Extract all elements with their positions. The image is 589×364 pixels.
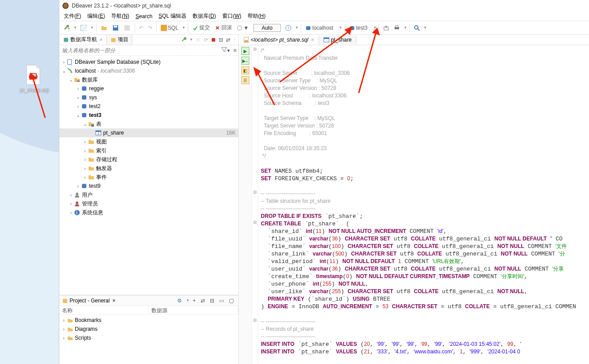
menu-window[interactable]: 窗口(W) [220, 12, 244, 21]
tree-node-pt_share[interactable]: pt_share16K [59, 128, 238, 137]
txn-button[interactable]: ▼ [235, 24, 251, 32]
stop-button[interactable] [210, 37, 217, 43]
tree-node-触发器[interactable]: ›触发器 [59, 164, 238, 173]
project-node-Scripts[interactable]: ›Scripts [59, 333, 238, 342]
link-button[interactable]: ⇄ [225, 36, 231, 43]
redo-button[interactable]: ↷ [146, 24, 154, 32]
commit-button[interactable]: 提交 [190, 23, 212, 32]
tree-node-test3[interactable]: ⌄test3 [59, 111, 238, 120]
toolbar: +▼ 📄▼ ↶ ↷ SQL▼ 提交 回滚 ▼ Auto ▼ localhost … [59, 21, 589, 35]
connection-select[interactable]: localhost [303, 24, 335, 32]
new-connection-button[interactable]: + [61, 23, 72, 32]
menu-nav[interactable]: 导航(N) [108, 12, 132, 21]
title-bar: DBeaver 23.1.2 - <localhost> pt_share.sq… [59, 0, 589, 12]
col-name[interactable]: 名称 [59, 306, 149, 314]
fold-marker[interactable]: ⊟ [253, 47, 257, 51]
filter-icon[interactable]: ▾ [219, 47, 232, 54]
svg-rect-11 [114, 26, 117, 27]
filter-settings-icon[interactable]: ≡ [232, 47, 238, 54]
editor-body: ▶ ▶₊ ◧ ☰ ⊟ ⊟ ⊟ ⊟ /* Navicat Premium Data… [239, 45, 589, 364]
search-button[interactable] [412, 24, 422, 32]
menu-help[interactable]: 帮助(H) [245, 12, 268, 21]
svg-point-14 [237, 26, 242, 30]
tree-node-表[interactable]: ⌄表 [59, 120, 238, 128]
svg-text:i: i [76, 209, 78, 216]
tree-node-管理员[interactable]: ›管理员 [59, 199, 238, 208]
tree-node-数据库[interactable]: ⌄数据库 [59, 75, 238, 84]
tab-db-navigator[interactable]: 数据库导航× [59, 35, 107, 45]
nav-filter-input[interactable] [59, 46, 219, 55]
project-add-icon[interactable]: + [191, 297, 198, 305]
folder-button[interactable] [99, 23, 109, 32]
svg-point-21 [415, 26, 418, 29]
fold-marker[interactable]: ⊟ [253, 190, 257, 194]
tree-node-事件[interactable]: ›事件 [59, 173, 238, 182]
fold-marker[interactable]: ⊟ [253, 318, 257, 322]
execute-script-button[interactable]: ▶₊ [241, 57, 249, 65]
refresh-button[interactable]: ⟳ [203, 36, 209, 43]
undo-button[interactable]: ↶ [137, 24, 145, 32]
close-icon[interactable]: × [311, 37, 314, 43]
tree-node-sys[interactable]: ›sys [59, 93, 238, 102]
save-button[interactable] [110, 23, 121, 32]
rollback-button[interactable]: 回滚 [213, 23, 234, 32]
project-link-icon[interactable]: ⇄ [199, 297, 207, 305]
disconnect-button[interactable] [194, 36, 202, 43]
svg-rect-13 [161, 25, 167, 31]
project-tree[interactable]: ›Bookmarks›Diagrams›Scripts [59, 315, 238, 364]
code-editor[interactable]: /* Navicat Premium Data Transfer Source … [258, 45, 589, 364]
print-button[interactable] [392, 24, 402, 32]
tree-node-reggie[interactable]: ›reggie [59, 84, 238, 93]
menu-edit[interactable]: 编辑(E) [85, 12, 108, 21]
col-datasource[interactable]: 数据源 [149, 306, 238, 314]
svg-text:📄: 📄 [81, 24, 87, 31]
tree-node-索引[interactable]: ›索引 [59, 146, 238, 155]
minimize-icon[interactable]: ▭ [217, 297, 226, 305]
tree-node-视图[interactable]: ›视图 [59, 137, 238, 146]
collapse-button[interactable]: ⊟ [218, 36, 224, 43]
execute-button[interactable]: ▶ [241, 47, 249, 55]
table-icon [323, 37, 329, 43]
desktop-file-icon[interactable]: pt_share.sql [20, 64, 46, 93]
editor-tab-table[interactable]: pt_share [319, 35, 356, 44]
new-sql-button[interactable]: 📄 [78, 23, 89, 32]
save-all-button[interactable] [122, 23, 132, 32]
project-panel: Project - General× ⚙▼ + ⇄ ⊟ ▭ ▢ 名称 数据源 ›… [59, 295, 238, 364]
close-icon[interactable]: × [112, 298, 116, 304]
tab-projects[interactable]: 项目 [107, 35, 132, 45]
schema-select[interactable]: test3 [347, 24, 369, 32]
menu-database[interactable]: 数据库(D) [190, 12, 219, 21]
export-button[interactable] [381, 24, 391, 32]
project-node-Bookmarks[interactable]: ›Bookmarks [59, 316, 238, 325]
tree-node-DBeaver Sample Database (SQLite)[interactable]: ›DBeaver Sample Database (SQLite) [59, 58, 238, 66]
connect-button[interactable] [180, 36, 188, 43]
tree-node-test2[interactable]: ›test2 [59, 102, 238, 111]
svg-rect-27 [68, 60, 71, 64]
svg-rect-20 [395, 26, 398, 27]
explain-button[interactable]: ◧ [241, 66, 249, 74]
project-node-Diagrams[interactable]: ›Diagrams [59, 325, 238, 333]
menu-file[interactable]: 文件(F) [61, 12, 84, 21]
menu-sql[interactable]: SQL 编辑器 [156, 12, 189, 21]
auto-commit-select[interactable]: Auto [253, 24, 281, 32]
svg-point-39 [76, 193, 78, 195]
nav-tree[interactable]: ›DBeaver Sample Database (SQLite)⌄localh… [59, 56, 238, 295]
sql-editor-button[interactable]: SQL [159, 24, 180, 32]
menu-search[interactable]: Search [133, 12, 155, 20]
tree-node-localhost[interactable]: ⌄localhost - localhost:3306 [59, 66, 238, 75]
project-collapse-icon[interactable]: ⊟ [208, 297, 216, 305]
fold-marker[interactable]: ⊟ [253, 220, 257, 225]
history-button[interactable] [283, 24, 293, 32]
tree-node-存储过程[interactable]: ›存储过程 [59, 155, 238, 164]
editor-tab-sql[interactable]: <localhost> pt_share.sql× [239, 35, 319, 44]
editor-gutter: ▶ ▶₊ ◧ ☰ [239, 45, 252, 364]
project-settings-icon[interactable]: ⚙ [175, 297, 184, 305]
tree-node-test9[interactable]: ›test9 [59, 182, 238, 190]
tree-node-系统信息[interactable]: ›i系统信息 [59, 208, 238, 217]
editor-tabs: <localhost> pt_share.sql× pt_share [239, 35, 589, 45]
close-icon[interactable]: × [100, 37, 103, 43]
maximize-icon[interactable]: ▢ [227, 297, 236, 305]
execute-plan-button[interactable]: ☰ [241, 76, 249, 84]
menu-bar: 文件(F) 编辑(E) 导航(N) Search SQL 编辑器 数据库(D) … [59, 12, 589, 21]
tree-node-用户[interactable]: ›用户 [59, 190, 238, 199]
